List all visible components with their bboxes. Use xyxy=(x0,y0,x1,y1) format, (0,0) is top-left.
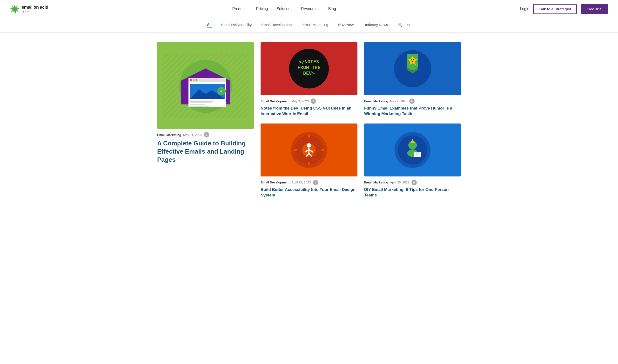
post-card-4-meta: Email Marketing April 26, 2023 0 xyxy=(364,180,461,185)
svg-point-7 xyxy=(190,79,192,81)
svg-rect-41 xyxy=(308,162,310,165)
nav-solutions[interactable]: Solutions xyxy=(276,7,292,11)
logo-icon xyxy=(10,4,20,14)
post-card-1-category: Email Development xyxy=(261,99,289,103)
post-card-2-title[interactable]: Funny Email Examples that Prove Humor is… xyxy=(364,106,461,117)
main-nav: Products Pricing Solutions Resources Blo… xyxy=(232,7,336,11)
post-card-1-image[interactable]: </NOTES FROM THE DEV> xyxy=(261,42,357,95)
post-card-3-comments: 0 xyxy=(313,180,318,185)
cat-icon-group: 🔍 ✉ xyxy=(398,23,411,28)
cat-all[interactable]: All xyxy=(207,22,211,28)
featured-post-meta: Email Marketing May 11, 2023 0 xyxy=(157,132,254,137)
svg-point-29 xyxy=(413,59,414,60)
svg-rect-16 xyxy=(190,106,209,107)
post-card-1-comments: 0 xyxy=(311,98,316,104)
post-card-3-category: Email Development xyxy=(261,181,289,184)
nav-products[interactable]: Products xyxy=(232,7,247,11)
category-nav: All Email Deliverability Email Developme… xyxy=(0,18,618,32)
cat-eoa-news[interactable]: EOA News xyxy=(338,23,356,28)
header-actions: Login Talk to a Strategist Free Trial xyxy=(520,4,608,14)
login-link[interactable]: Login xyxy=(520,7,529,11)
post-card-1: </NOTES FROM THE DEV> Email Development … xyxy=(261,42,357,117)
post-card-4-date: April 26, 2023 xyxy=(390,181,409,184)
post-card-3-image[interactable] xyxy=(261,124,357,176)
post-card-2-comments: 0 xyxy=(409,98,414,104)
post-card-4-image[interactable] xyxy=(364,124,461,176)
post-card-4: Email Marketing April 26, 2023 0 DIY Ema… xyxy=(364,124,461,198)
svg-point-9 xyxy=(195,79,197,81)
svg-text:✓: ✓ xyxy=(220,89,223,93)
blog-main: ✓ Email Marketing May 11, 2023 0 A Compl… xyxy=(152,32,466,208)
featured-post-comments: 0 xyxy=(204,132,209,137)
featured-post-date: May 11, 2023 xyxy=(183,133,202,137)
post-card-4-title[interactable]: DIY Email Marketing: 6 Tips for One-Pers… xyxy=(364,187,461,198)
post-card-2-meta: Email Marketing May 2, 2023 0 xyxy=(364,98,461,104)
post-card-3-title[interactable]: Build Better Accessibility Into Your Ema… xyxy=(261,187,357,198)
cat-development[interactable]: Email Development xyxy=(261,23,293,28)
post-card-4-comments: 0 xyxy=(412,180,417,185)
svg-point-28 xyxy=(411,59,412,60)
svg-point-8 xyxy=(193,79,195,81)
svg-point-27 xyxy=(410,58,415,63)
svg-rect-42 xyxy=(294,149,297,151)
logo-sub: by sinch xyxy=(22,10,48,13)
svg-rect-15 xyxy=(190,104,205,105)
site-header: email on acid by sinch Products Pricing … xyxy=(0,0,618,18)
featured-post-category: Email Marketing xyxy=(157,133,181,137)
svg-text:</NOTES: </NOTES xyxy=(299,59,319,65)
nav-pricing[interactable]: Pricing xyxy=(256,7,268,11)
nav-blog[interactable]: Blog xyxy=(328,7,336,11)
featured-post-title[interactable]: A Complete Guide to Building Effective E… xyxy=(157,139,254,164)
post-card-3-date: April 28, 2023 xyxy=(291,181,311,184)
post-card-1-date: May 9, 2023 xyxy=(291,99,309,103)
post-card-2-category: Email Marketing xyxy=(364,99,388,103)
svg-marker-0 xyxy=(10,4,20,14)
post-card-3: Email Development April 28, 2023 0 Build… xyxy=(261,124,357,198)
svg-text:FROM THE: FROM THE xyxy=(297,65,320,70)
post-card-1-title[interactable]: Notes from the Dev: Using CSS Variables … xyxy=(261,106,357,117)
svg-rect-40 xyxy=(308,135,310,138)
logo[interactable]: email on acid by sinch xyxy=(10,4,48,14)
svg-text:DEV>: DEV> xyxy=(303,71,315,76)
post-card-1-meta: Email Development May 9, 2023 0 xyxy=(261,98,357,104)
svg-rect-43 xyxy=(321,149,324,151)
nav-resources[interactable]: Resources xyxy=(301,7,319,11)
svg-point-34 xyxy=(307,143,311,147)
post-card-3-meta: Email Development April 28, 2023 0 xyxy=(261,180,357,185)
blog-grid: ✓ Email Marketing May 11, 2023 0 A Compl… xyxy=(157,42,461,198)
post-card-4-category: Email Marketing xyxy=(364,181,388,184)
cat-deliverability[interactable]: Email Deliverability xyxy=(221,23,252,28)
post-card-2: Email Marketing May 2, 2023 0 Funny Emai… xyxy=(364,42,461,117)
svg-rect-14 xyxy=(190,101,213,102)
featured-post-image[interactable]: ✓ xyxy=(157,42,254,129)
post-card-2-image[interactable] xyxy=(364,42,461,95)
logo-name: email on acid xyxy=(22,5,48,10)
search-icon[interactable]: 🔍 xyxy=(398,23,403,28)
featured-post: ✓ Email Marketing May 11, 2023 0 A Compl… xyxy=(157,42,254,198)
cat-industry-news[interactable]: Industry News xyxy=(365,23,388,28)
mail-icon[interactable]: ✉ xyxy=(406,23,411,28)
talk-to-strategist-button[interactable]: Talk to a Strategist xyxy=(533,4,577,14)
free-trial-button[interactable]: Free Trial xyxy=(581,4,608,14)
cat-marketing[interactable]: Email Marketing xyxy=(302,23,328,28)
post-card-2-date: May 2, 2023 xyxy=(390,99,407,103)
